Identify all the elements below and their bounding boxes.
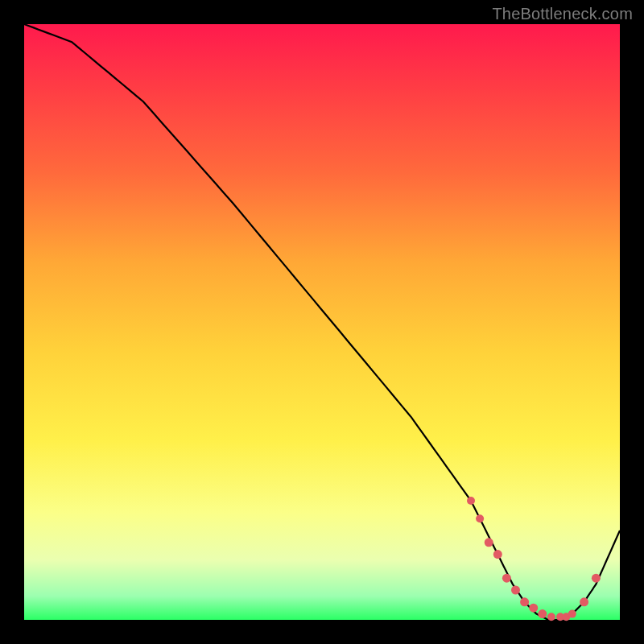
marker-dot — [580, 597, 588, 606]
marker-dots — [467, 497, 601, 621]
chart-stage: TheBottleneck.com — [0, 0, 644, 644]
marker-dot — [538, 609, 547, 618]
marker-dot — [511, 586, 520, 595]
marker-dot — [502, 574, 511, 583]
watermark-text: TheBottleneck.com — [492, 5, 633, 23]
curve-line — [24, 24, 620, 620]
chart-svg — [24, 24, 620, 620]
marker-dot — [476, 514, 484, 522]
marker-dot — [547, 613, 555, 621]
marker-dot — [467, 497, 475, 505]
marker-dot — [529, 604, 538, 613]
marker-dot — [485, 538, 493, 547]
marker-dot — [520, 597, 529, 606]
marker-dot — [493, 550, 502, 559]
marker-dot — [592, 574, 601, 583]
plot-area — [24, 24, 620, 620]
marker-dot — [568, 610, 576, 618]
